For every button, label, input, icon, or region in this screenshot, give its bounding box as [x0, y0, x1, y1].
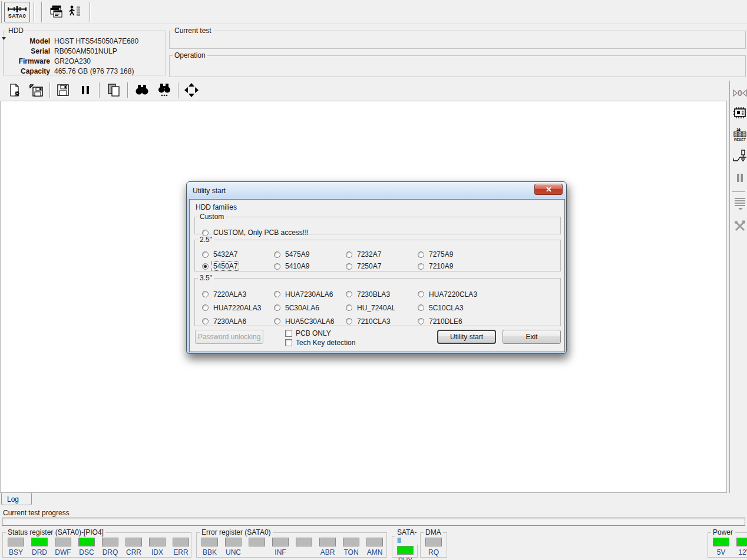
progress-label: Current test progress	[3, 509, 70, 517]
family-radio[interactable]: 7210A9	[418, 260, 490, 272]
radio-label: HUA7220CLA3	[428, 290, 478, 299]
sata0-port-button[interactable]: SATA0	[4, 2, 30, 22]
sata0-button-label: SATA0	[8, 13, 27, 19]
family-radio[interactable]: 7230BLA3	[346, 287, 418, 301]
field-value: RB050AM501NULP	[54, 47, 162, 57]
led-indicator	[149, 538, 166, 546]
family-radio[interactable]: 5410A9	[274, 260, 346, 272]
hdd-field-model: Model HGST HTS545050A7E680	[4, 37, 162, 47]
find-next-icon[interactable]	[156, 81, 173, 99]
field-value: 465.76 GB (976 773 168)	[54, 67, 162, 77]
reset-icon[interactable]: 1 0 0 0 RESET	[732, 127, 747, 142]
led-indicator	[397, 546, 414, 555]
family-radio[interactable]: 7210CLA3	[346, 314, 418, 328]
family-radio[interactable]: 7250A7	[346, 260, 418, 272]
find-icon[interactable]	[133, 81, 151, 99]
radio-circle	[346, 263, 352, 270]
family-radio[interactable]: 5C10CLA3	[418, 301, 490, 314]
app-window: SATA0 HDD	[0, 0, 747, 560]
cascade-windows-icon[interactable]	[47, 3, 65, 21]
password-unlocking-button[interactable]: Password unlocking	[195, 330, 263, 344]
hdd-info-panel: HDD Model HGST HTS545050A7E680 Serial RB…	[3, 26, 166, 75]
radio-circle	[202, 291, 209, 297]
family-radio[interactable]: 7275A9	[418, 248, 490, 260]
marker-zero-icon[interactable]: 0	[732, 85, 747, 101]
top-toolbar: SATA0	[0, 0, 747, 24]
tab-log[interactable]: Log	[1, 493, 32, 505]
led-indicator	[173, 538, 189, 546]
move-arrows-icon[interactable]	[183, 81, 200, 99]
tools-icon[interactable]	[732, 218, 747, 234]
group-25-options: 5432A7 5475A9 7232A7 7275A9 5450A7 5410A…	[202, 248, 490, 272]
radio-circle	[274, 263, 280, 270]
right-toolbar: 0 1 0 0 0 RESET	[729, 81, 747, 493]
svg-text:0: 0	[735, 132, 737, 137]
led-indicator	[102, 538, 118, 546]
radio-label: 5C30ALA6	[284, 304, 320, 312]
family-group-35: 3.5" 7220ALA3 HUA7230ALA6 7230BLA3 HUA72…	[194, 274, 561, 326]
hdd-field-firmware: Firmware GR2OA230	[4, 57, 162, 67]
led-crr: CRR	[122, 538, 146, 556]
family-radio[interactable]: HUA7220CLA3	[418, 287, 490, 301]
radio-circle	[202, 230, 209, 236]
svg-text:0: 0	[738, 88, 742, 98]
new-script-icon[interactable]	[6, 81, 24, 99]
led-indicator	[55, 538, 71, 546]
led-dsc: DSC	[75, 538, 98, 556]
family-radio[interactable]: 7232A7	[346, 248, 418, 260]
list-menu-icon[interactable]	[732, 196, 747, 211]
family-radio[interactable]: 7210DLE6	[418, 314, 490, 328]
radio-circle	[274, 251, 280, 258]
led-inf: INF	[269, 538, 292, 556]
dialog-titlebar[interactable]: Utility start	[187, 182, 566, 199]
pcb-only-checkbox[interactable]: PCB ONLY	[285, 329, 331, 337]
exit-button[interactable]: Exit	[503, 330, 561, 344]
tech-key-detection-checkbox[interactable]: Tech Key detection	[285, 339, 355, 347]
svg-text:RESET: RESET	[734, 138, 746, 141]
close-x-icon	[546, 187, 551, 192]
dma-leds: RQ	[422, 538, 445, 556]
chip-icon[interactable]	[732, 105, 747, 121]
family-radio[interactable]: HU_7240AL	[346, 301, 418, 314]
family-radio[interactable]: 5432A7	[202, 248, 274, 260]
error-register-group: Error register (SATA0) BBK UNC INF ABR T…	[196, 528, 387, 558]
family-radio[interactable]: HUA7230ALA6	[274, 287, 346, 301]
radio-label: 5475A9	[284, 250, 310, 259]
family-radio[interactable]: 5C30ALA6	[274, 301, 346, 314]
pause-icon[interactable]	[77, 81, 94, 99]
pause-icon[interactable]	[732, 170, 747, 185]
checkbox-box	[285, 339, 292, 346]
family-radio[interactable]: 7220ALA3	[202, 287, 274, 301]
utility-start-button[interactable]: Utility start	[437, 330, 496, 344]
dma-legend: DMA	[424, 528, 443, 536]
family-radio-selected[interactable]: 5450A7	[202, 260, 274, 272]
led-indicator	[78, 538, 95, 546]
copy-icon[interactable]	[105, 81, 123, 99]
power-leds: 5V 12V	[709, 538, 747, 556]
toolbar-separator	[732, 191, 745, 192]
save-as-icon[interactable]	[27, 81, 45, 99]
dropdown-arrow-icon[interactable]	[2, 37, 6, 40]
dialog-title: Utility start	[193, 187, 226, 195]
group-35-legend: 3.5"	[198, 274, 214, 282]
led-indicator	[366, 538, 383, 546]
power-circuit-icon[interactable]	[732, 149, 747, 164]
close-button[interactable]	[534, 184, 563, 195]
radio-label: 7210A9	[428, 262, 454, 270]
radio-circle	[346, 291, 352, 297]
family-group-25: 2.5" 5432A7 5475A9 7232A7 7275A9 5450A7 …	[194, 236, 561, 271]
family-radio[interactable]: 7230ALA6	[202, 314, 274, 328]
led-indicator	[8, 538, 24, 546]
field-label: Capacity	[4, 67, 54, 77]
family-radio[interactable]: HUA7220ALA3	[202, 301, 274, 314]
dialog-client-area: HDD families Custom CUSTOM, Only PCB acc…	[189, 199, 565, 352]
led-indicator	[425, 538, 442, 546]
operation-legend: Operation	[173, 51, 207, 59]
toolbar-separator	[178, 82, 179, 98]
exit-person-icon[interactable]	[66, 3, 84, 21]
sata2-leds: PHY	[394, 546, 417, 560]
family-radio[interactable]: 5475A9	[274, 248, 346, 260]
family-radio[interactable]: HUA5C30ALA6	[274, 314, 346, 328]
radio-circle	[274, 318, 280, 324]
save-icon[interactable]	[54, 81, 72, 99]
